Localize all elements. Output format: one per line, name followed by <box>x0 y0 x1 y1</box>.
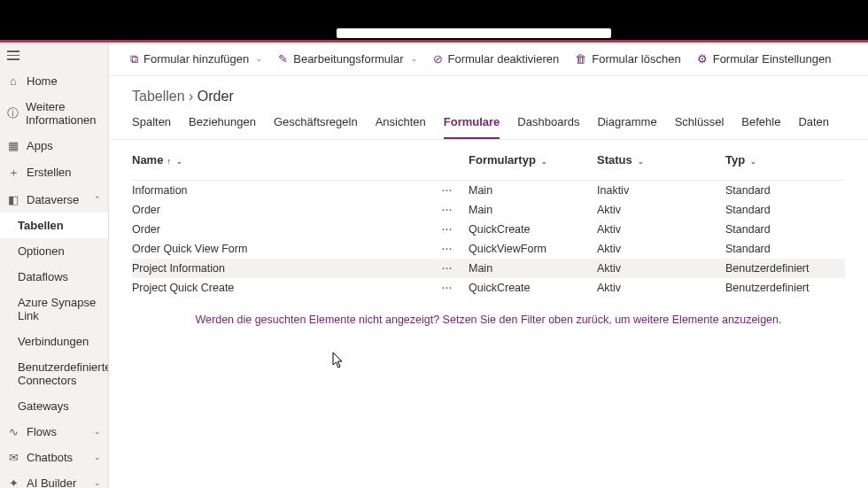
table-row[interactable]: Project Information···MainAktivBenutzerd… <box>132 259 845 278</box>
sidebar-item-verbindungen[interactable]: Verbindungen <box>0 329 108 354</box>
sidebar-item-tabellen[interactable]: Tabellen <box>0 213 108 238</box>
table-row[interactable]: Information···MainInaktivStandard <box>132 181 845 200</box>
nav-label: Apps <box>27 139 53 152</box>
sidebar-item-dataverse[interactable]: ◧Dataverse⌃ <box>0 187 108 213</box>
col-formtype[interactable]: Formulartyp⌄ <box>469 153 597 167</box>
table-row[interactable]: Order···QuickCreateAktivStandard <box>132 220 845 239</box>
top-bar <box>0 0 868 43</box>
nav-icon: ∿ <box>7 425 19 438</box>
cmd-icon: ⚙ <box>697 52 708 66</box>
chevron-down-icon: ⌄ <box>94 427 101 436</box>
cmd-label: Formular hinzufügen <box>143 52 249 66</box>
cmd-icon: ✎ <box>278 52 288 66</box>
cell-type: Standard <box>725 184 845 197</box>
chevron-down-icon: ⌄ <box>94 478 101 487</box>
nav-icon: ◧ <box>7 193 19 206</box>
mouse-cursor-icon <box>332 352 345 371</box>
sidebar-item-weitere-informationen[interactable]: ⓘWeitere Informationen <box>0 94 108 133</box>
cell-name: Order <box>132 204 442 216</box>
sidebar-item-flows[interactable]: ∿Flows⌄ <box>0 419 108 445</box>
cell-formtype: Main <box>469 184 597 197</box>
cmd-bearbeitungsformular[interactable]: ✎Bearbeitungsformular⌄ <box>273 49 422 69</box>
cell-formtype: QuickCreate <box>469 223 597 236</box>
table-row[interactable]: Order···MainAktivStandard <box>132 200 845 220</box>
cmd-label: Formular deaktivieren <box>448 52 560 66</box>
tab-beziehungen[interactable]: Beziehungen <box>189 108 256 139</box>
sidebar-item-apps[interactable]: ▦Apps <box>0 133 108 159</box>
tab-daten[interactable]: Daten <box>798 108 829 139</box>
nav-label: AI Builder <box>27 476 76 489</box>
global-search[interactable] <box>337 28 611 38</box>
cmd-icon: 🗑 <box>575 52 586 66</box>
sidebar-item-home[interactable]: ⌂Home <box>0 68 108 94</box>
sidebar-item-ai-builder[interactable]: ✦AI Builder⌄ <box>0 470 108 489</box>
nav-label: Dataflows <box>18 270 68 283</box>
tab-ansichten[interactable]: Ansichten <box>376 108 426 139</box>
sidebar-item-benutzerdefinierte-connectors[interactable]: Benutzerdefinierte Connectors <box>0 354 108 393</box>
cell-name: Project Information <box>132 262 442 275</box>
cell-status: Inaktiv <box>597 184 725 197</box>
cell-type: Standard <box>725 223 845 236</box>
cell-name: Information <box>132 184 442 197</box>
tab-dashboards[interactable]: Dashboards <box>517 108 579 139</box>
col-name[interactable]: Name↑⌄ <box>132 153 442 167</box>
sidebar-item-gateways[interactable]: Gateways <box>0 393 108 419</box>
chevron-up-icon: ⌃ <box>94 195 101 204</box>
row-more-icon[interactable]: ··· <box>442 185 469 196</box>
cell-name: Order <box>132 223 442 236</box>
row-more-icon[interactable]: ··· <box>442 244 469 254</box>
nav-label: Flows <box>27 425 57 438</box>
cmd-label: Formular Einstellungen <box>713 52 832 66</box>
breadcrumb-parent[interactable]: Tabellen <box>132 89 185 104</box>
row-more-icon[interactable]: ··· <box>442 205 469 215</box>
cell-type: Standard <box>725 243 845 255</box>
hamburger-icon[interactable] <box>0 43 108 68</box>
tab-formulare[interactable]: Formulare <box>444 108 500 139</box>
row-more-icon[interactable]: ··· <box>442 283 469 293</box>
row-more-icon[interactable]: ··· <box>442 224 469 235</box>
tab-spalten[interactable]: Spalten <box>132 108 171 139</box>
table-row[interactable]: Project Quick Create···QuickCreateAktivB… <box>132 278 845 298</box>
sidebar-item-optionen[interactable]: Optionen <box>0 238 108 264</box>
tab-schlüssel[interactable]: Schlüssel <box>675 108 725 139</box>
sidebar-item-azure-synapse-link[interactable]: Azure Synapse Link <box>0 290 108 329</box>
tab-diagramme[interactable]: Diagramme <box>597 108 656 139</box>
filter-hint[interactable]: Werden die gesuchten Elemente nicht ange… <box>109 298 868 342</box>
left-sidebar: ⌂HomeⓘWeitere Informationen▦Apps＋Erstell… <box>0 43 108 488</box>
tab-strip: SpaltenBeziehungenGeschäftsregelnAnsicht… <box>109 108 868 140</box>
col-type[interactable]: Typ⌄ <box>725 153 845 167</box>
col-status[interactable]: Status⌄ <box>597 153 725 167</box>
nav-label: Weitere Informationen <box>26 100 101 127</box>
cell-status: Aktiv <box>597 243 725 255</box>
table-row[interactable]: Order Quick View Form···QuickViewFormAkt… <box>132 239 845 259</box>
nav-label: Dataverse <box>27 193 79 206</box>
breadcrumb-separator: › <box>189 89 193 104</box>
cell-formtype: Main <box>469 262 597 275</box>
chevron-down-icon: ⌄ <box>256 55 262 63</box>
cmd-formular-einstellungen[interactable]: ⚙Formular Einstellungen <box>692 49 837 69</box>
cmd-formular-deaktivieren[interactable]: ⊘Formular deaktivieren <box>428 49 565 69</box>
nav-icon: ✉ <box>7 451 19 464</box>
nav-icon: ⌂ <box>7 74 19 88</box>
sidebar-item-erstellen[interactable]: ＋Erstellen <box>0 159 108 187</box>
nav-label: Gateways <box>18 399 69 413</box>
sidebar-item-chatbots[interactable]: ✉Chatbots⌄ <box>0 445 108 470</box>
grid-header: Name↑⌄ Formulartyp⌄ Status⌄ Typ⌄ <box>132 140 845 181</box>
cell-name: Order Quick View Form <box>132 243 442 255</box>
sidebar-item-dataflows[interactable]: Dataflows <box>0 264 108 290</box>
cell-type: Benutzerdefiniert <box>725 282 845 294</box>
tab-befehle[interactable]: Befehle <box>741 108 780 139</box>
main-content: ⧉Formular hinzufügen⌄✎Bearbeitungsformul… <box>108 43 868 488</box>
cmd-formular-löschen[interactable]: 🗑Formular löschen <box>570 49 686 69</box>
nav-label: Verbindungen <box>18 335 89 348</box>
tab-geschäftsregeln[interactable]: Geschäftsregeln <box>274 108 358 139</box>
nav-label: Erstellen <box>27 166 72 179</box>
cmd-formular-hinzufügen[interactable]: ⧉Formular hinzufügen⌄ <box>125 49 267 70</box>
row-more-icon[interactable]: ··· <box>442 263 469 274</box>
app-shell: ⌂HomeⓘWeitere Informationen▦Apps＋Erstell… <box>0 43 868 488</box>
cell-formtype: Main <box>469 204 597 216</box>
cmd-label: Bearbeitungsformular <box>293 52 403 66</box>
cmd-icon: ⊘ <box>433 52 443 66</box>
nav-icon: ＋ <box>7 165 19 181</box>
cell-formtype: QuickCreate <box>469 282 597 294</box>
